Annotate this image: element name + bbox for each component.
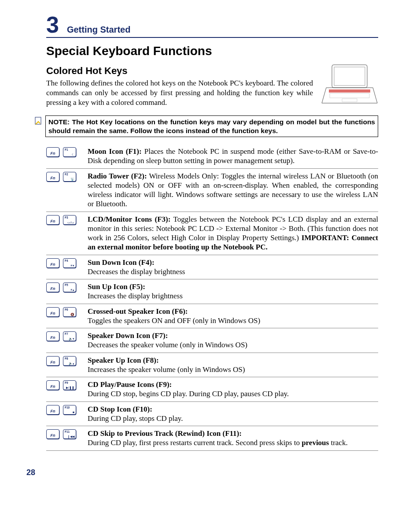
fn-key-icon: Fn (46, 331, 59, 341)
fn-key-label: Fn (47, 409, 59, 413)
function-key-glyph-icon: ▶/❚❚ (66, 386, 74, 389)
hotkey-title: Speaker Up Icon (F8): (88, 356, 159, 364)
svg-rect-1 (334, 67, 365, 85)
fn-key-label: Fn (47, 219, 59, 223)
hotkey-title: Sun Up Icon (F5): (88, 282, 145, 291)
hotkey-description: CD Stop Icon (F10):During CD play, stops… (88, 405, 378, 424)
function-key-glyph-icon: ■ (73, 411, 74, 414)
function-key-glyph-icon: ▭/▭ (67, 221, 74, 224)
hotkey-row: FnF11❙◀◀CD Skip to Previous Track (Rewin… (46, 426, 378, 451)
fn-key-label: Fn (47, 360, 59, 364)
hotkey-title: CD Play/Pause Icons (F9): (88, 380, 172, 389)
laptop-illustration (321, 63, 378, 107)
hotkey-row: FnF8🔈▴Speaker Up Icon (F8):Increases the… (46, 353, 378, 378)
hotkey-row: FnF5☀▴Sun Up Icon (F5):Increases the dis… (46, 279, 378, 304)
hotkey-description: Speaker Down Icon (F7):Decreases the spe… (88, 331, 378, 350)
hotkey-title: CD Stop Icon (F10): (88, 405, 152, 413)
fn-key-icon: Fn (46, 215, 59, 225)
hotkey-row: FnF10■CD Stop Icon (F10):During CD play,… (46, 402, 378, 427)
function-key-icon: F8🔈▴ (63, 356, 76, 366)
function-key-glyph-icon: ☀▾ (70, 264, 74, 267)
fn-key-icon: Fn (46, 307, 59, 317)
fn-key-label: Fn (47, 151, 59, 156)
svg-rect-3 (330, 93, 369, 98)
function-key-icon: F9▶/❚❚ (63, 380, 76, 390)
fn-key-label: Fn (47, 286, 59, 291)
hotkey-list: FnF1☾Moon Icon (F1): Places the Notebook… (46, 144, 378, 451)
page: 3 Getting Started Special Keyboard Funct… (0, 0, 420, 509)
svg-rect-4 (342, 99, 357, 102)
hotkey-title: Speaker Down Icon (F7): (88, 331, 168, 340)
sub-title: Colored Hot Keys (46, 65, 313, 77)
function-key-icon: F6🔇 (63, 307, 76, 317)
function-key-label: F5 (65, 283, 68, 286)
hotkey-row: FnF3▭/▭LCD/Monitor Icons (F3): Toggles b… (46, 212, 378, 255)
hotkey-keys: FnF5☀▴ (46, 282, 81, 292)
hotkey-keys: FnF4☀▾ (46, 258, 81, 268)
fn-key-icon: Fn (46, 380, 59, 390)
function-key-label: F8 (65, 357, 68, 360)
hotkey-keys: FnF8🔈▴ (46, 356, 81, 366)
fn-key-label: Fn (47, 335, 59, 340)
hotkey-title: CD Skip to Previous Track (Rewind) Icon … (88, 429, 242, 438)
fn-key-icon: Fn (46, 172, 59, 182)
hotkey-body-bold: previous (302, 438, 329, 447)
function-key-glyph-icon: 📡 (70, 178, 74, 181)
svg-rect-2 (329, 89, 370, 93)
note-icon (34, 116, 43, 127)
function-key-icon: F4☀▾ (63, 258, 76, 268)
note-box: NOTE: The Hot Key locations on the funct… (45, 115, 378, 137)
function-key-label: F10 (65, 406, 70, 409)
function-key-icon: F2📡 (63, 172, 76, 182)
hotkey-description: Moon Icon (F1): Places the Notebook PC i… (88, 147, 378, 166)
function-key-glyph-icon: ❙◀◀ (67, 435, 74, 438)
hotkey-title: Sun Down Icon (F4): (88, 258, 155, 267)
hotkey-keys: FnF1☾ (46, 147, 81, 157)
fn-key-label: Fn (47, 311, 59, 316)
function-key-icon: F1☾ (63, 147, 76, 157)
fn-key-icon: Fn (46, 258, 59, 268)
fn-key-icon: Fn (46, 147, 59, 157)
hotkey-keys: FnF10■ (46, 405, 81, 415)
function-key-label: F3 (65, 216, 68, 219)
function-key-glyph-icon: 🔈▴ (69, 362, 74, 365)
function-key-glyph-icon: ☾ (72, 153, 74, 156)
fn-key-label: Fn (47, 433, 59, 438)
hotkey-description: Sun Down Icon (F4):Decreases the display… (88, 258, 378, 277)
hotkey-row: FnF7🔈▾Speaker Down Icon (F7):Decreases t… (46, 328, 378, 353)
function-key-label: F11 (65, 430, 70, 433)
fn-key-icon: Fn (46, 356, 59, 366)
note-row: NOTE: The Hot Key locations on the funct… (34, 115, 378, 137)
function-key-icon: F10■ (63, 405, 76, 415)
hotkey-description: Crossed-out Speaker Icon (F6):Toggles th… (88, 307, 378, 326)
hotkey-row: FnF4☀▾Sun Down Icon (F4):Decreases the d… (46, 255, 378, 280)
hotkey-title: LCD/Monitor Icons (F3): (88, 215, 170, 223)
hotkey-keys: FnF6🔇 (46, 307, 81, 317)
section-title: Special Keyboard Functions (46, 44, 378, 58)
hotkey-description: Radio Tower (F2): Wireless Models Only: … (88, 171, 378, 209)
hotkey-row: FnF1☾Moon Icon (F1): Places the Notebook… (46, 144, 378, 169)
hotkey-title: Radio Tower (F2): (88, 172, 147, 180)
chapter-title: Getting Started (67, 25, 130, 35)
hotkey-title: Crossed-out Speaker Icon (F6): (88, 307, 188, 316)
hotkey-description: Sun Up Icon (F5):Increases the display b… (88, 282, 378, 301)
function-key-icon: F5☀▴ (63, 282, 76, 292)
hotkey-title: Moon Icon (F1): (88, 147, 142, 156)
hotkey-keys: FnF9▶/❚❚ (46, 380, 81, 390)
svg-rect-0 (332, 65, 367, 88)
fn-key-icon: Fn (46, 405, 59, 415)
page-number: 28 (26, 468, 35, 477)
hotkey-row: FnF9▶/❚❚CD Play/Pause Icons (F9):During … (46, 377, 378, 402)
function-key-glyph-icon: 🔇 (70, 313, 74, 316)
intro-column: Colored Hot Keys The following defines t… (46, 63, 313, 108)
function-key-label: F9 (65, 381, 68, 384)
function-key-label: F4 (65, 259, 68, 262)
function-key-icon: F11❙◀◀ (63, 429, 76, 439)
hotkey-description: Speaker Up Icon (F8):Increases the speak… (88, 356, 378, 375)
hotkey-bold-tail: IMPORTANT: Connect an external monitor b… (88, 234, 378, 251)
fn-key-icon: Fn (46, 282, 59, 292)
chapter-number: 3 (46, 13, 59, 36)
hotkey-row: FnF6🔇Crossed-out Speaker Icon (F6):Toggl… (46, 304, 378, 329)
function-key-icon: F3▭/▭ (63, 215, 76, 225)
hotkey-description: CD Play/Pause Icons (F9):During CD stop,… (88, 380, 378, 399)
